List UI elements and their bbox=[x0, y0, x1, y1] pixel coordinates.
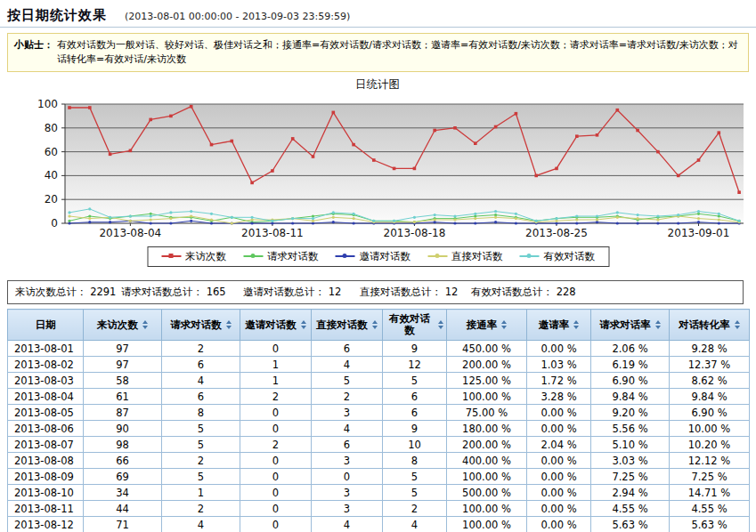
legend-item-4[interactable]: 有效对话数 bbox=[520, 250, 596, 263]
data-point bbox=[149, 118, 152, 122]
sort-icon[interactable] bbox=[735, 320, 740, 329]
value-cell: 9 bbox=[383, 421, 447, 437]
value-cell: 5 bbox=[383, 469, 447, 485]
page: 按日期统计效果(2013-08-01 00:00:00 - 2013-09-03… bbox=[0, 0, 756, 532]
date-cell: 2013-08-10 bbox=[8, 485, 84, 501]
sort-icon[interactable] bbox=[301, 320, 306, 329]
value-cell: 87 bbox=[84, 405, 162, 421]
value-cell: 12 bbox=[383, 357, 447, 373]
value-cell: 0.00 % bbox=[527, 341, 591, 357]
x-tick-label: 2013-08-25 bbox=[525, 227, 588, 239]
data-point bbox=[637, 214, 639, 216]
data-point bbox=[677, 222, 679, 224]
sort-icon[interactable] bbox=[501, 320, 507, 329]
value-cell: 10.20 % bbox=[670, 437, 750, 453]
data-point bbox=[535, 220, 538, 222]
value-cell: 5.56 % bbox=[591, 421, 670, 437]
col-header-3[interactable]: 邀请对话数 bbox=[240, 310, 312, 341]
col-header-8[interactable]: 请求对话率 bbox=[591, 310, 670, 341]
y-tick-label: 20 bbox=[45, 193, 58, 206]
value-cell: 6 bbox=[312, 341, 383, 357]
col-header-2[interactable]: 请求对话数 bbox=[162, 310, 240, 341]
value-cell: 1.03 % bbox=[527, 357, 591, 373]
col-header-label: 日期 bbox=[36, 319, 56, 331]
data-point bbox=[718, 131, 721, 134]
value-cell: 12.37 % bbox=[670, 357, 750, 373]
legend-item-3[interactable]: 直接对话数 bbox=[427, 250, 503, 263]
value-cell: 4.55 % bbox=[670, 501, 750, 517]
value-cell: 0 bbox=[240, 469, 312, 485]
col-header-7[interactable]: 邀请率 bbox=[527, 310, 591, 341]
value-cell: 500.00 % bbox=[447, 485, 527, 501]
value-cell: 4 bbox=[162, 373, 240, 389]
sort-icon[interactable] bbox=[655, 320, 661, 329]
value-cell: 0 bbox=[240, 405, 312, 421]
col-header-4[interactable]: 直接对话数 bbox=[312, 310, 383, 341]
data-point bbox=[210, 218, 213, 221]
value-cell: 7.25 % bbox=[591, 469, 670, 485]
value-cell: 10.00 % bbox=[670, 421, 750, 437]
data-point bbox=[575, 134, 579, 138]
data-point bbox=[129, 214, 132, 217]
value-cell: 0 bbox=[240, 501, 312, 517]
data-point bbox=[353, 222, 355, 224]
legend-item-2[interactable]: 邀请对话数 bbox=[336, 250, 411, 263]
value-cell: 61 bbox=[84, 389, 162, 405]
value-cell: 5.63 % bbox=[670, 517, 750, 532]
data-point bbox=[68, 214, 70, 217]
data-point bbox=[697, 158, 701, 162]
sort-icon[interactable] bbox=[438, 320, 443, 329]
x-tick-label: 2013-08-18 bbox=[384, 227, 446, 239]
col-header-6[interactable]: 接通率 bbox=[447, 310, 527, 341]
value-cell: 90 bbox=[84, 421, 162, 437]
value-cell: 10 bbox=[383, 437, 447, 453]
data-point bbox=[250, 181, 254, 185]
value-cell: 97 bbox=[84, 341, 162, 357]
data-point bbox=[332, 221, 335, 223]
value-cell: 0.00 % bbox=[527, 405, 591, 421]
value-cell: 0 bbox=[240, 341, 312, 357]
sort-icon[interactable] bbox=[226, 320, 232, 329]
col-header-5[interactable]: 有效对话数 bbox=[383, 310, 447, 341]
x-tick-label: 2013-09-01 bbox=[668, 227, 730, 239]
chart-title: 日统计图 bbox=[355, 77, 400, 91]
data-point bbox=[474, 217, 476, 220]
data-point bbox=[494, 125, 498, 129]
legend-item-0[interactable]: 来访次数 bbox=[161, 250, 226, 263]
value-cell: 1 bbox=[240, 373, 312, 389]
col-header-label: 邀请对话数 bbox=[245, 319, 297, 331]
sort-icon[interactable] bbox=[372, 320, 378, 329]
date-cell: 2013-08-02 bbox=[8, 357, 84, 373]
col-header-9[interactable]: 对话转化率 bbox=[670, 310, 750, 341]
sort-icon[interactable] bbox=[573, 320, 579, 329]
col-header-label: 请求对话数 bbox=[170, 319, 222, 331]
plot-area bbox=[65, 104, 744, 223]
date-cell: 2013-08-03 bbox=[8, 373, 84, 389]
value-cell: 4.55 % bbox=[591, 501, 670, 517]
value-cell: 450.00 % bbox=[447, 341, 527, 357]
data-point bbox=[88, 221, 91, 223]
value-cell: 0.00 % bbox=[527, 453, 591, 469]
value-cell: 6.19 % bbox=[591, 357, 670, 373]
value-cell: 0 bbox=[240, 485, 312, 501]
table-row: 2013-08-10341035500.00 %0.00 %2.94 %14.7… bbox=[8, 485, 750, 501]
value-cell: 9.84 % bbox=[591, 389, 670, 405]
data-point bbox=[718, 222, 720, 224]
data-point bbox=[616, 211, 619, 214]
data-point bbox=[433, 129, 436, 133]
data-point bbox=[656, 222, 659, 224]
col-header-1[interactable]: 来访次数 bbox=[84, 310, 162, 341]
value-cell: 4 bbox=[162, 517, 240, 532]
data-point bbox=[718, 213, 720, 215]
data-point bbox=[312, 217, 314, 220]
sort-icon[interactable] bbox=[142, 320, 148, 329]
date-range: (2013-08-01 00:00:00 - 2013-09-03 23:59:… bbox=[125, 11, 350, 22]
legend-item-1[interactable]: 请求对话数 bbox=[243, 250, 319, 263]
value-cell: 2.06 % bbox=[591, 341, 670, 357]
value-cell: 0.00 % bbox=[527, 501, 591, 517]
col-header-label: 邀请率 bbox=[539, 319, 570, 331]
value-cell: 9 bbox=[383, 341, 447, 357]
data-point bbox=[352, 143, 355, 147]
value-cell: 2.94 % bbox=[591, 485, 670, 501]
col-header-0: 日期 bbox=[8, 310, 84, 341]
